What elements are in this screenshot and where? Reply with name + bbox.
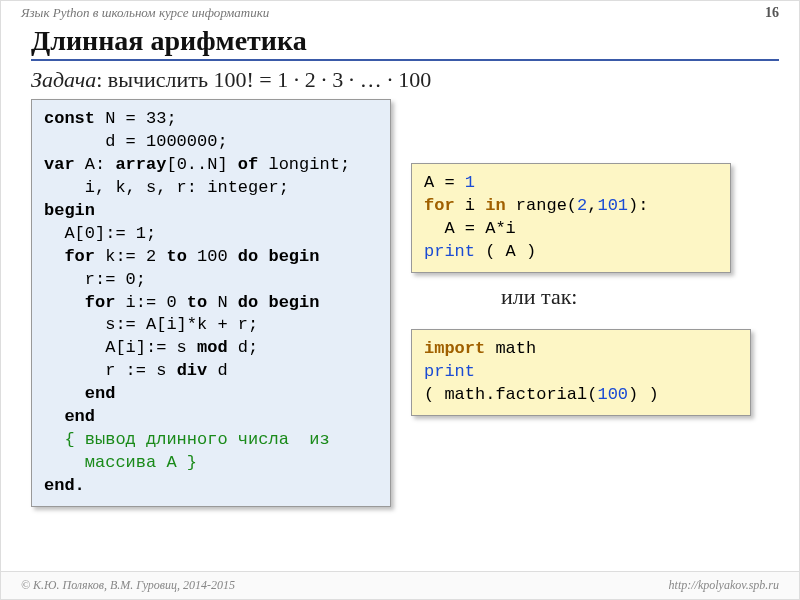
slide-title: Длинная арифметика [31, 25, 779, 61]
kw-var: var [44, 155, 75, 174]
python-code-math: import math print ( math.factorial(100) … [411, 329, 751, 416]
task-line: Задача: вычислить 100! = 1 · 2 · 3 · … ·… [31, 67, 779, 93]
footer-copyright: © К.Ю. Поляков, В.М. Гуровиц, 2014-2015 [21, 578, 235, 593]
page-number: 16 [765, 5, 779, 21]
footer-url: http://kpolyakov.spb.ru [669, 578, 779, 593]
or-label: или так: [501, 284, 577, 310]
kw-end: end. [44, 476, 85, 495]
pascal-comment: { вывод длинного числа из массива A } [44, 430, 330, 472]
header-bar: Язык Python в школьном курсе информатики… [1, 1, 799, 23]
task-label: Задача [31, 67, 96, 92]
python-code-loop: A = 1 for i in range(2,101): A = A*i pri… [411, 163, 731, 273]
kw-const: const [44, 109, 95, 128]
footer-bar: © К.Ю. Поляков, В.М. Гуровиц, 2014-2015 … [1, 571, 799, 599]
pascal-code: const N = 33; d = 1000000; var A: array[… [31, 99, 391, 507]
course-title: Язык Python в школьном курсе информатики [21, 5, 269, 21]
task-text: : вычислить 100! = 1 · 2 · 3 · … · 100 [96, 67, 431, 92]
content-area: const N = 33; d = 1000000; var A: array[… [31, 99, 779, 519]
slide: Язык Python в школьном курсе информатики… [0, 0, 800, 600]
kw-begin: begin [44, 201, 95, 220]
